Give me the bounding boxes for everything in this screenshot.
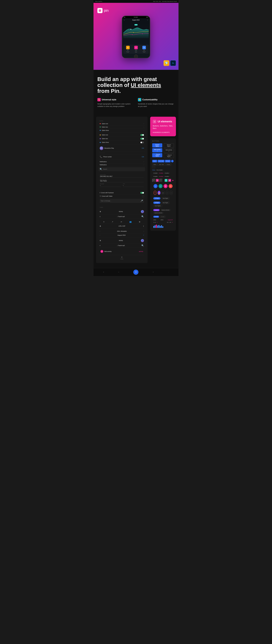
circle-close-btn[interactable]: ✕ (168, 184, 172, 188)
breadcrumb-5[interactable]: Amadas (159, 176, 163, 177)
save-btn-1[interactable]: ⊕ Save (165, 160, 170, 162)
view-details-label[interactable]: View details › (156, 169, 163, 171)
tag-fast-flights[interactable]: Fast Flights (153, 205, 162, 207)
option-one-plain[interactable]: Option one › (99, 122, 145, 126)
pill-6month[interactable]: 6 month (160, 216, 166, 218)
tag-balance-1[interactable]: balance blocks (160, 209, 171, 211)
phone-home-button[interactable] (134, 54, 138, 58)
twitter-checkbox[interactable] (142, 196, 144, 197)
option-two-plain[interactable]: Option two › (99, 126, 145, 129)
search-flights-btn-1[interactable]: Search flights (152, 143, 162, 148)
tab-item-activity[interactable]: ⊕ Activity (120, 256, 123, 260)
search-flights-btn-2[interactable]: Search flights (164, 143, 174, 148)
option-three-plain[interactable]: Option three › (99, 129, 145, 132)
tag-all-flights-2[interactable]: All flights (153, 202, 160, 204)
circle-add-btn[interactable]: + (154, 184, 158, 188)
add-icon[interactable]: ⊕ (139, 221, 140, 223)
up-btn-2[interactable]: ↑ (152, 166, 155, 168)
bottom-nav-add[interactable]: ⊕ (153, 272, 154, 273)
nav-back-2[interactable]: ‹ (100, 234, 100, 236)
circle-next-btn[interactable]: › (170, 191, 172, 195)
compact-view-btn[interactable]: ‹ (160, 179, 162, 182)
search-input[interactable] (103, 168, 120, 170)
range-close-right[interactable]: ✕ (172, 222, 173, 223)
grid-view-btn[interactable]: ⊞ (156, 179, 159, 182)
circle-heart-btn[interactable]: ♥ (164, 184, 168, 188)
facebook-toggle[interactable] (140, 192, 144, 194)
circle-close-outline-btn[interactable]: ✕ (154, 191, 156, 195)
phone-edit-btn[interactable]: Edit (142, 156, 144, 158)
tag-balance-2[interactable]: balance blocks (153, 212, 164, 214)
circle-rect-btn[interactable]: ▭ (162, 191, 164, 195)
tag-custom-1[interactable]: custom (153, 209, 160, 211)
toggle-off-3[interactable] (140, 142, 144, 143)
breadcrumb-4[interactable]: Amadas (153, 176, 158, 177)
hamburger-icon-2[interactable]: ≡ (100, 225, 101, 227)
bottom-nav-grid[interactable]: ⊞ (103, 272, 104, 273)
stats-logout[interactable]: Log out © (168, 219, 173, 220)
hamburger-icon[interactable]: ≡ (100, 210, 101, 213)
nav-action[interactable]: ↗ (143, 234, 144, 236)
pill-3month[interactable]: 3 month (153, 216, 159, 218)
share-icon[interactable]: ↗ (112, 221, 113, 223)
bottom-nav-circle[interactable]: ◎ (118, 272, 119, 273)
dot-blue-2 (100, 142, 101, 143)
ui-card-subtitle: Buttons, Switchers, Tabs, Bars (153, 125, 173, 130)
add-activity-btn-1[interactable]: Add activity + (152, 148, 162, 152)
breadcrumb-3[interactable]: Amadas › (164, 172, 170, 174)
twitter-row[interactable]: 𝕋 Conect with Twitter (100, 194, 144, 198)
option-two-toggle[interactable]: Option two (99, 137, 145, 141)
back-icon[interactable]: ‹ (100, 215, 100, 218)
tag-all-flights-1[interactable]: All flights (153, 197, 160, 200)
search-flights-arrow-btn-1[interactable]: → Search flights (152, 153, 162, 157)
facebook-row[interactable]: f Conect with Facebook (100, 191, 144, 194)
circle-lock-btn[interactable]: 🔒 (158, 191, 160, 195)
add-btn-2[interactable]: Add +OMI (158, 164, 165, 166)
users-icon[interactable]: 👥 (129, 221, 132, 223)
add-activity-btn-2[interactable]: Add activity + (164, 148, 174, 153)
tag-best-flights-2[interactable]: Best flights (161, 202, 170, 204)
check-view-btn[interactable]: ✓ (164, 179, 168, 182)
bottom-plus-button[interactable]: + (133, 270, 138, 275)
list-view-btn[interactable]: ≡ (152, 179, 155, 182)
profile-edit-btn[interactable]: Edit (142, 148, 144, 149)
menu-icon[interactable]: ≡ (103, 221, 104, 223)
back-arrow[interactable]: ‹ (124, 19, 124, 21)
back-icon-2[interactable]: ‹ (100, 244, 100, 247)
upload-icon[interactable]: ↑ (143, 225, 144, 227)
circle-check-btn[interactable]: ✓ (158, 184, 162, 188)
breadcrumb-6[interactable]: Amadas › (164, 176, 170, 177)
notif-row-1[interactable]: Notifications › (99, 160, 145, 163)
search-row[interactable]: 🔍 (99, 167, 145, 171)
share-label[interactable]: Share (152, 169, 155, 171)
add-btn-1[interactable]: Add +OMI (158, 160, 164, 162)
notif-label-1: Notifications (100, 161, 107, 162)
option-three-toggle[interactable]: Option three (99, 141, 145, 144)
add-btn[interactable]: + (100, 250, 103, 253)
search-icon-2[interactable]: 🔍 (142, 244, 144, 247)
share-icon[interactable]: ↑ (147, 19, 148, 21)
message-input[interactable] (101, 200, 140, 202)
bottom-nav-extra[interactable]: ⋯ (168, 272, 169, 273)
save-btn-2[interactable]: ⊕ Save (166, 164, 171, 166)
option-one-toggle[interactable]: Option one (99, 133, 145, 137)
toggle-on-1[interactable] (140, 134, 144, 136)
watch-btn-1[interactable]: Watch (152, 160, 157, 162)
range-close-left[interactable]: ✕ (157, 222, 158, 223)
breadcrumb-2[interactable]: Amadas (159, 172, 163, 174)
message-row[interactable]: 🎤 (100, 199, 144, 203)
notif-row-2[interactable]: Notifications › (99, 163, 145, 166)
shuffle-icon[interactable]: ⇌ (120, 221, 122, 223)
watch-btn-2[interactable]: Watch (152, 164, 158, 166)
breadcrumb-1[interactable]: Amadas (153, 172, 158, 174)
search-icon-track[interactable]: 🔍 (142, 215, 144, 218)
search-flights-arrow-btn-2[interactable]: → Search flights (164, 154, 174, 158)
radio-view-btn[interactable]: ◉ (168, 179, 171, 182)
toggle-on-2[interactable] (140, 138, 144, 140)
tag-best-flights-1[interactable]: Best flights (161, 197, 170, 200)
menu-icon-3[interactable]: ≡ (100, 240, 101, 242)
circle-prev-btn[interactable]: ‹ (166, 191, 168, 195)
up-btn-1[interactable]: ↑ (171, 160, 174, 162)
nav-back-1[interactable]: ‹ (100, 230, 100, 232)
nav-forward-1[interactable]: › (144, 230, 144, 232)
